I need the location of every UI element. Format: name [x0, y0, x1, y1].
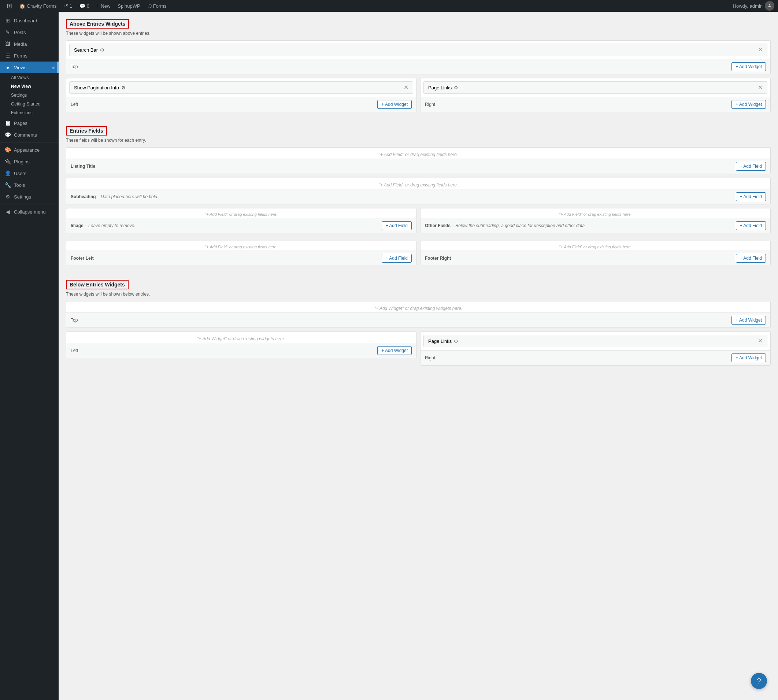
add-field-subheading-button[interactable]: + Add Field [736, 192, 766, 201]
menu-separator-2 [0, 204, 58, 204]
footer-right-label: Footer Right [425, 256, 451, 261]
sidebar-item-collapse[interactable]: ◀ Collapse menu [0, 206, 58, 218]
media-icon: 🖼 [4, 41, 11, 47]
page-links-gear-icon[interactable]: ⚙ [454, 85, 458, 90]
views-icon: ● [4, 65, 11, 70]
sidebar-item-posts[interactable]: ✎ Posts [0, 27, 58, 38]
submenu-getting-started[interactable]: Getting Started [0, 100, 58, 108]
views-arrow: ◀ [51, 65, 54, 70]
search-bar-gear-icon[interactable]: ⚙ [100, 47, 104, 53]
below-page-links-widget: Page Links ⚙ ✕ [423, 335, 767, 347]
right-zone-label: Right [425, 102, 435, 107]
submenu-extensions[interactable]: Extensions [0, 108, 58, 117]
wp-logo-btn[interactable]: ⊞ [4, 0, 15, 12]
forms-icon: ⬡ [148, 3, 152, 9]
sidebar-item-plugins[interactable]: 🔌 Plugins [0, 156, 58, 167]
sidebar-item-views[interactable]: ● Views ◀ [0, 62, 58, 73]
sidebar-item-comments[interactable]: 💬 Comments [0, 129, 58, 141]
site-name-label: Gravity Forms [27, 3, 57, 9]
add-field-listing-title-button[interactable]: + Add Field [736, 162, 766, 171]
submenu-settings[interactable]: Settings [0, 91, 58, 100]
sidebar-item-settings[interactable]: ⚙ Settings [0, 191, 58, 203]
sidebar-item-label: Views [14, 65, 27, 70]
below-right-zone-label: Right [425, 355, 435, 360]
pagination-remove-icon[interactable]: ✕ [404, 85, 408, 90]
add-widget-below-top-button[interactable]: + Add Widget [731, 316, 766, 325]
page-links-remove-icon[interactable]: ✕ [758, 85, 763, 90]
appearance-icon: 🎨 [4, 147, 11, 153]
user-info[interactable]: Howdy, admin A [733, 1, 774, 11]
sidebar-item-users[interactable]: 👤 Users [0, 167, 58, 179]
views-submenu: All Views New View Settings Getting Star… [0, 73, 58, 117]
comments-btn[interactable]: 💬 0 [77, 0, 92, 12]
pagination-gear-icon[interactable]: ⚙ [121, 85, 126, 90]
footer-left-label: Footer Left [71, 256, 94, 261]
footer-right-zone: "+ Add Field" or drag existing fields he… [420, 241, 771, 266]
pagination-widget: Show Pagination Info ⚙ ✕ [69, 81, 413, 94]
right-zone-footer: Right + Add Widget [420, 97, 770, 112]
submenu-new-view[interactable]: New View [0, 82, 58, 91]
sidebar-item-media[interactable]: 🖼 Media [0, 38, 58, 50]
below-right-zone: Page Links ⚙ ✕ Right + Add Widget [420, 332, 771, 365]
footer-fields-row: "+ Add Field" or drag existing fields he… [66, 241, 771, 270]
updates-btn[interactable]: ↺ 1 [61, 0, 75, 12]
sidebar-item-tools[interactable]: 🔧 Tools [0, 179, 58, 191]
sidebar-item-pages[interactable]: 📋 Pages [0, 117, 58, 129]
image-label: Image – Leave empty to remove. [71, 223, 135, 228]
sidebar-item-label: Comments [14, 132, 37, 138]
sidebar-item-dashboard[interactable]: ⊞ Dashboard [0, 15, 58, 27]
comments-icon: 💬 [80, 3, 85, 9]
spinupwp-label: SpinupWP [118, 3, 140, 9]
other-fields-zone-wrapper: "+ Add Field" or drag existing fields he… [420, 208, 771, 237]
sidebar-item-label: Users [14, 171, 27, 176]
help-button[interactable]: ? [751, 673, 767, 689]
forms-btn[interactable]: ⬡ Forms [145, 0, 170, 12]
search-bar-remove-icon[interactable]: ✕ [758, 47, 763, 53]
add-field-other-button[interactable]: + Add Field [736, 221, 766, 230]
add-field-footer-left-button[interactable]: + Add Field [382, 254, 412, 263]
below-page-links-gear-icon[interactable]: ⚙ [454, 338, 458, 344]
add-field-footer-right-button[interactable]: + Add Field [736, 254, 766, 263]
sidebar-item-label: Settings [14, 194, 31, 200]
add-field-image-button[interactable]: + Add Field [382, 221, 412, 230]
below-top-zone-label: Top [71, 318, 78, 323]
new-label: + New [97, 3, 110, 9]
page-links-text: Page Links [428, 85, 451, 90]
sidebar-item-appearance[interactable]: 🎨 Appearance [0, 144, 58, 156]
add-widget-below-right-button[interactable]: + Add Widget [731, 353, 766, 362]
below-right-zone-wrapper: Page Links ⚙ ✕ Right + Add Widget [420, 332, 771, 369]
listing-title-drop-hint: "+ Add Field" or drag existing fields he… [66, 148, 770, 158]
add-widget-right-button[interactable]: + Add Widget [731, 100, 766, 109]
search-bar-zone: Search Bar ⚙ ✕ Top + Add Widget [66, 40, 771, 74]
submenu-all-views[interactable]: All Views [0, 73, 58, 82]
howdy-text: Howdy, admin [733, 3, 763, 9]
spinupwp-btn[interactable]: SpinupWP [115, 0, 143, 12]
add-widget-left-button[interactable]: + Add Widget [377, 100, 412, 109]
sidebar-item-label: Forms [14, 53, 27, 58]
add-widget-below-left-button[interactable]: + Add Widget [377, 346, 412, 355]
subheading-label: Subheading – Data placed here will be bo… [71, 194, 158, 199]
new-content-btn[interactable]: + New [94, 0, 113, 12]
below-left-zone-label: Left [71, 348, 78, 353]
wp-icon: ⊞ [7, 2, 12, 10]
site-name-btn[interactable]: 🏠 Gravity Forms [17, 0, 60, 12]
sidebar-item-label: Dashboard [14, 18, 37, 23]
sidebar-item-label: Appearance [14, 147, 40, 153]
tools-icon: 🔧 [4, 182, 11, 188]
subheading-footer: Subheading – Data placed here will be bo… [66, 189, 770, 204]
image-otherfields-row: "+ Add Field" or drag existing fields he… [66, 208, 771, 237]
search-bar-label: Search Bar ⚙ [74, 47, 104, 53]
footer-right-zone-wrapper: "+ Add Field" or drag existing fields he… [420, 241, 771, 270]
entries-fields-section: Entries Fields These fields will be show… [66, 126, 771, 270]
left-zone: Show Pagination Info ⚙ ✕ Left + Add Widg… [66, 78, 416, 112]
entries-fields-title: Entries Fields [66, 126, 107, 135]
sidebar-item-label: Media [14, 42, 27, 47]
plugins-icon: 🔌 [4, 158, 11, 165]
dashboard-icon: ⊞ [4, 18, 11, 23]
sidebar-item-forms[interactable]: ☰ Forms [0, 50, 58, 62]
add-widget-top-button[interactable]: + Add Widget [731, 62, 766, 71]
pagination-text: Show Pagination Info [74, 85, 119, 90]
below-page-links-remove-icon[interactable]: ✕ [758, 338, 763, 344]
below-entries-section: Below Entries Widgets These widgets will… [66, 280, 771, 369]
updates-count: 1 [70, 3, 72, 9]
